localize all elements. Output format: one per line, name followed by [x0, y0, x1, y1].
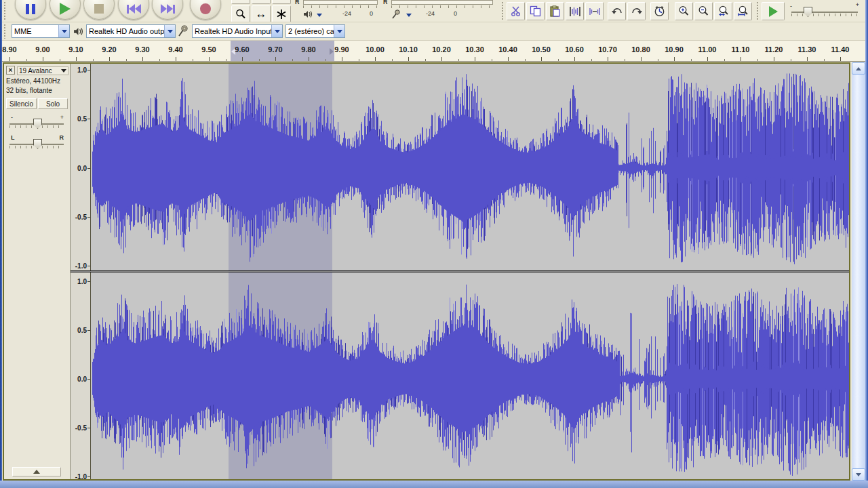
timeline-tick-label: 9.20	[102, 45, 116, 54]
toolbar-grip[interactable]	[3, 24, 7, 39]
mute-button[interactable]: Silencio	[6, 98, 37, 109]
skip-to-end-icon	[161, 4, 175, 14]
recording-meter[interactable]: R -24 0	[382, 0, 497, 22]
zoom-in-button[interactable]	[675, 2, 693, 20]
timeline-major-tick	[275, 57, 276, 61]
pan-slider[interactable]: L R	[4, 134, 71, 153]
scroll-up-button[interactable]	[852, 62, 865, 75]
meter-scale-min: -24	[426, 10, 435, 17]
record-button[interactable]	[190, 0, 221, 20]
vertical-scale-tick	[87, 281, 90, 282]
timeline-minor-tick	[193, 59, 193, 61]
timeline-minor-tick	[791, 59, 791, 61]
sync-lock-button[interactable]	[650, 2, 669, 20]
audio-host-select[interactable]: MME	[12, 24, 70, 38]
timeline-tick-label: 9.50	[201, 45, 216, 54]
redo-button[interactable]	[627, 2, 646, 20]
trim-icon	[569, 6, 581, 17]
cut-button[interactable]	[507, 2, 525, 20]
play-at-speed-button[interactable]	[762, 2, 785, 20]
selection-tool-button[interactable]	[231, 0, 250, 4]
timeline-major-tick	[741, 57, 741, 61]
track-title: 19 Avalanc	[19, 67, 61, 75]
track-close-button[interactable]: ×	[6, 66, 15, 75]
channel-divider[interactable]	[71, 270, 849, 272]
timeline-tick-label: 10.10	[399, 45, 418, 54]
paste-button[interactable]	[546, 2, 564, 20]
track-control-panel[interactable]: × 19 Avalanc Estéreo, 44100Hz 32 bits, f…	[4, 64, 71, 479]
speed-minus-label: -	[790, 3, 792, 9]
gain-plus-label: +	[60, 114, 64, 121]
zoom-out-icon	[698, 5, 709, 17]
input-channels-select[interactable]: 2 (estéreo) ca	[285, 24, 345, 38]
vertical-scrollbar[interactable]	[852, 62, 865, 481]
track-title-menu[interactable]: 19 Avalanc	[17, 66, 68, 75]
time-shift-tool-button[interactable]: ↔	[252, 5, 271, 22]
timeline-minor-tick	[292, 59, 293, 61]
meter-dropdown-arrow[interactable]	[406, 14, 412, 17]
solo-button[interactable]: Solo	[38, 98, 68, 109]
output-device-select[interactable]: Realtek HD Audio outpu	[86, 24, 176, 38]
skip-to-start-button[interactable]	[118, 0, 149, 20]
copy-icon	[530, 5, 542, 17]
collapse-arrow-icon	[33, 470, 40, 474]
dropdown-button[interactable]	[58, 25, 69, 37]
trim-audio-button[interactable]	[566, 2, 584, 20]
multi-tool-button[interactable]	[272, 5, 291, 22]
gain-slider[interactable]: - +	[4, 114, 71, 133]
meter-scale-max: 0	[454, 10, 457, 17]
dropdown-button[interactable]	[271, 25, 282, 37]
speed-slider-ticks	[791, 14, 858, 16]
silence-audio-button[interactable]	[585, 2, 604, 20]
timeline-minor-tick	[93, 59, 94, 61]
toolbar-grip[interactable]	[756, 1, 760, 21]
timeline-major-tick	[774, 57, 774, 61]
timeline-tick-label: 9.40	[168, 45, 182, 54]
pause-icon	[26, 4, 35, 14]
zoom-out-button[interactable]	[694, 2, 713, 20]
timeline-tick-label: 10.00	[366, 45, 384, 54]
vertical-scale-tick	[87, 476, 90, 477]
timeline-tick-label: 9.90	[334, 45, 349, 54]
vertical-scale-label: -0.5	[75, 424, 87, 432]
toolbar-grip[interactable]	[501, 1, 505, 21]
pause-button[interactable]	[15, 0, 46, 20]
record-icon	[200, 3, 211, 14]
dropdown-button[interactable]	[164, 25, 175, 37]
vertical-scale-tick	[87, 217, 90, 218]
fit-project-button[interactable]	[734, 2, 752, 20]
envelope-tool-button[interactable]	[252, 0, 271, 4]
undo-button[interactable]	[608, 2, 626, 20]
playback-speed-slider[interactable]: - +	[789, 1, 863, 21]
zoom-tool-button[interactable]	[231, 5, 250, 22]
track-collapse-button[interactable]	[12, 467, 61, 476]
fit-selection-icon	[717, 5, 730, 17]
timeline-major-tick	[109, 57, 110, 61]
timeline-minor-tick	[259, 59, 260, 61]
toolbar-grip[interactable]	[3, 1, 7, 21]
multi-tool-icon	[276, 9, 287, 20]
track-format-line1: Estéreo, 44100Hz	[6, 77, 60, 85]
track-format-line2: 32 bits, flotante	[6, 87, 52, 94]
timeline-minor-tick	[824, 59, 825, 61]
input-device-select[interactable]: Realtek HD Audio Input	[192, 24, 283, 38]
meter-dropdown-arrow[interactable]	[317, 14, 322, 17]
stop-button[interactable]	[83, 0, 115, 20]
pan-left-label: L	[11, 134, 15, 141]
timeline-minor-tick	[658, 59, 658, 61]
skip-to-end-button[interactable]	[152, 0, 183, 20]
dropdown-button[interactable]	[334, 25, 344, 37]
stop-icon	[94, 4, 104, 14]
copy-button[interactable]	[526, 2, 545, 20]
draw-tool-button[interactable]	[272, 0, 291, 4]
playback-meter[interactable]: R -24 0	[294, 0, 380, 22]
fit-selection-button[interactable]	[714, 2, 732, 20]
timeline-minor-tick	[26, 59, 27, 61]
timeline-tick-label: 9.70	[268, 45, 282, 54]
play-button[interactable]	[50, 0, 81, 20]
silence-icon	[589, 6, 601, 17]
timeline-ruler[interactable]: 8.909.009.109.209.309.409.509.609.709.80…	[2, 41, 865, 62]
scroll-down-button[interactable]	[852, 468, 865, 481]
speaker-icon	[73, 27, 83, 36]
timeline-minor-tick	[724, 59, 725, 61]
